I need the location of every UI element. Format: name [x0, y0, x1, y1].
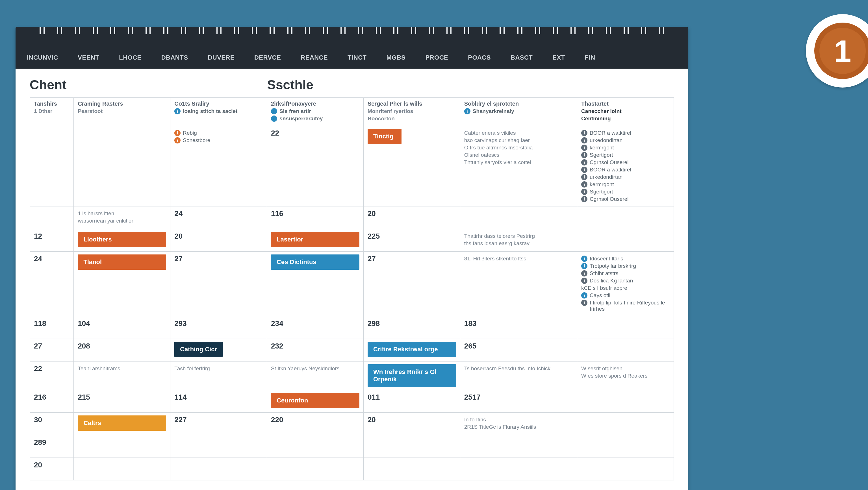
table-cell[interactable]: [74, 126, 170, 206]
table-cell[interactable]: 27: [363, 252, 460, 316]
table-cell[interactable]: Ceuronfon: [267, 390, 364, 413]
menu-item[interactable]: DBANTS: [161, 54, 188, 61]
table-cell[interactable]: [577, 206, 674, 229]
table-cell[interactable]: iIdoseer l ltarlsiTrotpoty lar brskrirgi…: [577, 252, 674, 316]
table-cell[interactable]: [577, 229, 674, 252]
menu-item[interactable]: TINCT: [347, 54, 367, 61]
table-cell[interactable]: 293: [170, 316, 267, 339]
event-block[interactable]: Cathing Cicr: [174, 342, 223, 357]
menu-item[interactable]: FIN: [585, 54, 595, 61]
menu-item[interactable]: POACS: [468, 54, 491, 61]
table-cell[interactable]: 234: [267, 316, 364, 339]
table-cell[interactable]: [363, 458, 460, 480]
table-cell[interactable]: iBOOR a watktireliurkedondirtanikermrgon…: [577, 126, 674, 206]
table-cell[interactable]: iRebigiSonestbore: [170, 126, 267, 206]
table-cell[interactable]: 298: [363, 316, 460, 339]
table-cell[interactable]: Teanl arshnitrams: [74, 361, 170, 390]
table-cell[interactable]: 104: [74, 316, 170, 339]
table-cell[interactable]: 208: [74, 339, 170, 361]
table-cell[interactable]: 116: [267, 206, 364, 229]
event-block[interactable]: Lloothers: [78, 232, 166, 247]
event-block[interactable]: Tinctig: [368, 129, 402, 144]
menu-item[interactable]: PROCE: [426, 54, 448, 61]
table-cell[interactable]: [267, 458, 364, 480]
event-block[interactable]: Lasertior: [271, 232, 360, 247]
table-cell[interactable]: 215: [74, 390, 170, 413]
table-cell[interactable]: 216: [30, 390, 74, 413]
table-cell[interactable]: 220: [267, 413, 364, 435]
menu-item[interactable]: INCUNVIC: [27, 54, 58, 61]
table-cell[interactable]: [74, 435, 170, 458]
table-cell[interactable]: 2517: [460, 390, 577, 413]
table-cell[interactable]: 011: [363, 390, 460, 413]
table-cell[interactable]: 227: [170, 413, 267, 435]
menu-item[interactable]: DERVCE: [254, 54, 281, 61]
table-cell[interactable]: [460, 435, 577, 458]
table-cell[interactable]: 118: [30, 316, 74, 339]
table-cell[interactable]: [267, 435, 364, 458]
table-cell[interactable]: [460, 458, 577, 480]
table-cell[interactable]: [577, 316, 674, 339]
table-cell[interactable]: Caltrs: [74, 413, 170, 435]
table-cell[interactable]: 24: [170, 206, 267, 229]
table-cell[interactable]: 289: [30, 435, 74, 458]
table-cell[interactable]: [577, 435, 674, 458]
table-cell[interactable]: 30: [30, 413, 74, 435]
table-cell[interactable]: 12: [30, 229, 74, 252]
menu-item[interactable]: VEENT: [78, 54, 99, 61]
menu-item[interactable]: LHOCE: [119, 54, 142, 61]
table-cell[interactable]: [577, 339, 674, 361]
menu-item[interactable]: DUVERE: [208, 54, 235, 61]
table-cell[interactable]: Ces Dictintus: [267, 252, 364, 316]
table-cell[interactable]: 1.ls harsrs ittenwarsorriean yar cnkitio…: [74, 206, 170, 229]
table-cell[interactable]: [577, 413, 674, 435]
table-cell[interactable]: Cathing Cicr: [170, 339, 267, 361]
event-block[interactable]: Tlanol: [78, 255, 166, 270]
table-cell[interactable]: 20: [170, 229, 267, 252]
table-cell[interactable]: Tlanol: [74, 252, 170, 316]
table-cell[interactable]: [577, 458, 674, 480]
table-cell[interactable]: Tinctig: [363, 126, 460, 206]
event-block[interactable]: Caltrs: [78, 416, 166, 431]
table-cell[interactable]: Cabter enera s vikileshso carvinags cur …: [460, 126, 577, 206]
table-cell[interactable]: 232: [267, 339, 364, 361]
table-cell[interactable]: Ts hoserracrn Feesdu ths Info Ichick: [460, 361, 577, 390]
table-cell[interactable]: W sesrit otghisenW es store spors d Reak…: [577, 361, 674, 390]
table-cell[interactable]: 20: [30, 458, 74, 480]
menu-item[interactable]: REANCE: [301, 54, 328, 61]
menu-item[interactable]: MGBS: [386, 54, 406, 61]
table-cell[interactable]: In fo Itins2R1S TitleGc is Flurary Ansii…: [460, 413, 577, 435]
table-cell[interactable]: [170, 435, 267, 458]
table-cell[interactable]: 81. Hrl 3lters stkentrto ltss.: [460, 252, 577, 316]
table-cell[interactable]: 22: [30, 361, 74, 390]
table-cell[interactable]: 225: [363, 229, 460, 252]
table-cell[interactable]: [30, 126, 74, 206]
table-cell[interactable]: [363, 435, 460, 458]
table-cell[interactable]: [74, 458, 170, 480]
event-block[interactable]: Ceuronfon: [271, 393, 360, 408]
menu-item[interactable]: EXT: [552, 54, 565, 61]
table-cell[interactable]: Tash fol ferfrirg: [170, 361, 267, 390]
table-cell[interactable]: Lloothers: [74, 229, 170, 252]
table-cell[interactable]: 27: [30, 339, 74, 361]
event-block[interactable]: Wn Irehres Rnikr s Gl Orpenik: [368, 364, 456, 387]
table-cell[interactable]: Crifire Rekstrwal orge: [363, 339, 460, 361]
menu-item[interactable]: BASCT: [510, 54, 533, 61]
table-cell[interactable]: [577, 390, 674, 413]
table-cell[interactable]: 27: [170, 252, 267, 316]
table-cell[interactable]: 114: [170, 390, 267, 413]
event-block[interactable]: Crifire Rekstrwal orge: [368, 342, 456, 357]
table-cell[interactable]: 183: [460, 316, 577, 339]
table-cell[interactable]: [170, 458, 267, 480]
table-cell[interactable]: [460, 206, 577, 229]
table-cell[interactable]: 22: [267, 126, 364, 206]
table-cell[interactable]: Wn Irehres Rnikr s Gl Orpenik: [363, 361, 460, 390]
table-cell[interactable]: Lasertior: [267, 229, 364, 252]
table-cell[interactable]: St Itkn Yaeruys Neysldndlors: [267, 361, 364, 390]
table-cell[interactable]: 20: [363, 413, 460, 435]
table-cell[interactable]: [30, 206, 74, 229]
table-cell[interactable]: 20: [363, 206, 460, 229]
table-cell[interactable]: Thatirhr dass telorers Pestrirgths fans …: [460, 229, 577, 252]
event-block[interactable]: Ces Dictintus: [271, 255, 360, 270]
table-cell[interactable]: 265: [460, 339, 577, 361]
